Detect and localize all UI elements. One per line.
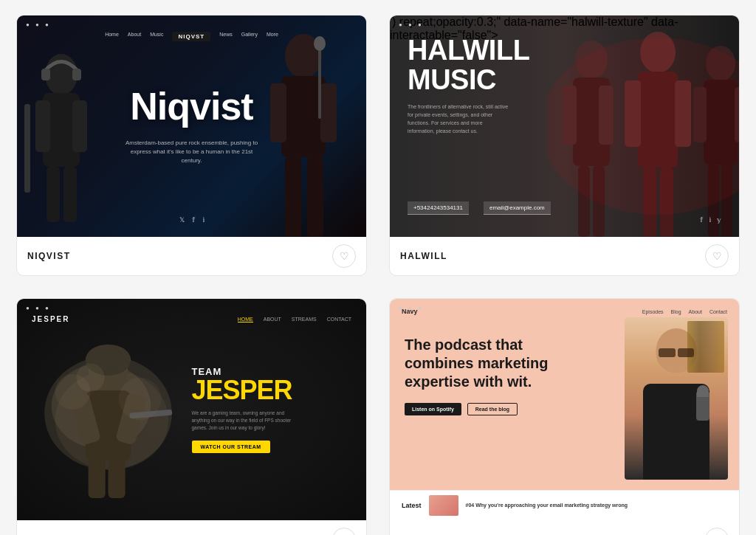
navy-nav-blog[interactable]: Blog — [671, 309, 681, 314]
navy-favorite-button[interactable]: ♡ — [705, 528, 729, 535]
navy-latest-episode-text: #04 Why you're approaching your email ma… — [466, 502, 628, 509]
glass-left — [659, 348, 676, 357]
niqvist-nav-home[interactable]: Home — [105, 32, 119, 41]
navy-spotify-button[interactable]: Listen on Spotify — [405, 403, 461, 415]
svg-rect-44 — [109, 460, 126, 498]
svg-rect-7 — [72, 69, 81, 80]
niqvist-social: 𝕏 𝕗 𝕚 — [179, 216, 205, 224]
niqvist-twitter-icon[interactable]: 𝕏 — [179, 216, 185, 224]
niqvist-title: Niqvist — [126, 87, 258, 125]
jesper-nav-streams[interactable]: STREAMS — [292, 317, 317, 322]
jesper-nav-links: HOME ABOUT STREAMS CONTACT — [238, 317, 351, 322]
niqvist-nav-gallery[interactable]: Gallery — [241, 32, 258, 41]
navy-person-image — [625, 317, 728, 480]
navy-nav-about[interactable]: About — [689, 309, 702, 314]
svg-rect-15 — [318, 45, 321, 119]
halwill-contact: +53424243534131 email@example.com — [408, 201, 551, 215]
halwill-favorite-button[interactable]: ♡ — [705, 244, 729, 268]
svg-rect-14 — [307, 157, 323, 237]
jesper-background: JESPER HOME ABOUT STREAMS CONTACT — [17, 299, 366, 520]
jesper-nav-about[interactable]: ABOUT — [264, 317, 281, 322]
navy-bookshelf — [687, 321, 724, 373]
navy-person-glasses — [659, 348, 694, 357]
navy-background: Navy Episodes Blog About Contact The pod… — [390, 299, 739, 520]
jesper-cta-button[interactable]: WATCH OUR STREAM — [192, 441, 270, 453]
jesper-preview: JESPER HOME ABOUT STREAMS CONTACT — [17, 299, 366, 520]
navy-nav-contact[interactable]: Contact — [709, 309, 727, 314]
niqvist-nav-news[interactable]: News — [219, 32, 233, 41]
jesper-footer: JESPER ♡ — [17, 520, 366, 535]
niqvist-nav-about[interactable]: About — [128, 32, 141, 41]
halwill-text: HALWILLMUSIC The frontliners of alternat… — [408, 36, 721, 136]
jesper-favorite-button[interactable]: ♡ — [332, 528, 356, 535]
niqvist-background: Home About Music NIQVST News Gallery Mor… — [17, 15, 366, 237]
halwill-email: email@example.com — [484, 201, 551, 215]
niqvist-nav-music[interactable]: Music — [150, 32, 163, 41]
svg-rect-3 — [72, 100, 87, 152]
navy-nav-episodes[interactable]: Episodes — [642, 309, 664, 314]
halwill-label: HALWILL — [400, 251, 447, 261]
navy-card: Navy Episodes Blog About Contact The pod… — [389, 298, 740, 535]
halwill-facebook-icon[interactable]: 𝕗 — [700, 216, 703, 224]
jesper-nav: JESPER HOME ABOUT STREAMS CONTACT — [17, 315, 366, 323]
halwill-subtitle: The frontliners of alternative rock, sti… — [408, 103, 511, 136]
navy-latest-section: Latest #04 Why you're approaching your e… — [390, 490, 739, 520]
jesper-card: JESPER HOME ABOUT STREAMS CONTACT — [16, 298, 367, 535]
halwill-card: ') repeat;opacity:0.3;" data-name="halwi… — [389, 15, 740, 276]
niqvist-nav-more[interactable]: More — [267, 32, 278, 41]
svg-rect-8 — [24, 104, 30, 193]
halwill-contact-row: +53424243534131 email@example.com — [408, 201, 551, 215]
niqvist-footer: NIQVIST ♡ — [17, 237, 366, 275]
svg-rect-12 — [320, 83, 337, 142]
navy-headline: The podcast that combines marketing expe… — [405, 336, 552, 391]
navy-footer: NAVY ♡ — [390, 520, 739, 535]
jesper-content: TEAM JESPER We are a gaming team, owning… — [17, 366, 317, 452]
navy-logo: Navy — [402, 308, 418, 315]
halwill-phone: +53424243534131 — [408, 201, 469, 215]
halwill-twitter-icon[interactable]: 𝕪 — [717, 216, 721, 224]
navy-person-bg — [625, 317, 728, 480]
musician-left-figure — [21, 38, 102, 222]
halwill-footer: HALWILL ♡ — [390, 237, 739, 275]
navy-latest-label: Latest — [402, 502, 422, 509]
niqvist-content: Niqvist Amsterdam-based pure rock ensemb… — [126, 87, 258, 165]
halwill-preview: ') repeat;opacity:0.3;" data-name="halwi… — [390, 15, 739, 237]
niqvist-preview: Home About Music NIQVST News Gallery Mor… — [17, 15, 366, 237]
svg-rect-5 — [63, 167, 77, 222]
niqvist-facebook-icon[interactable]: 𝕗 — [192, 216, 195, 224]
navy-episode-title: Why you're approaching your email market… — [475, 503, 628, 508]
niqvist-favorite-button[interactable]: ♡ — [332, 244, 356, 268]
musician-right-figure — [248, 15, 359, 237]
jesper-logo: JESPER — [32, 315, 69, 323]
svg-rect-43 — [89, 460, 106, 498]
navy-latest-thumbnail — [429, 495, 458, 516]
niqvist-instagram-icon[interactable]: 𝕚 — [202, 216, 205, 224]
navy-blog-button[interactable]: Read the blog — [467, 403, 518, 415]
jesper-nav-home[interactable]: HOME — [238, 317, 253, 322]
jesper-name: JESPER — [192, 377, 303, 404]
halwill-social: 𝕗 𝕚 𝕪 — [700, 216, 721, 224]
glass-right — [678, 348, 695, 357]
navy-nav-links: Episodes Blog About Contact — [642, 309, 727, 314]
niqvist-subtitle: Amsterdam-based pure rock ensemble, push… — [126, 139, 258, 165]
jesper-description: We are a gaming team, owning anyone and … — [192, 410, 303, 431]
niqvist-card: Home About Music NIQVST News Gallery Mor… — [16, 15, 367, 276]
halwill-title: HALWILLMUSIC — [408, 36, 721, 95]
svg-rect-13 — [285, 157, 301, 237]
svg-rect-6 — [41, 69, 50, 80]
svg-rect-4 — [47, 167, 60, 222]
niqvist-nav: Home About Music NIQVST News Gallery Mor… — [17, 32, 366, 41]
niqvist-label: NIQVIST — [27, 251, 71, 261]
navy-microphone — [696, 391, 709, 421]
template-grid: Home About Music NIQVST News Gallery Mor… — [16, 15, 740, 535]
halwill-background: ') repeat;opacity:0.3;" data-name="halwi… — [390, 15, 739, 237]
halwill-instagram-icon[interactable]: 𝕚 — [709, 216, 711, 224]
jesper-nav-contact[interactable]: CONTACT — [327, 317, 351, 322]
navy-preview: Navy Episodes Blog About Contact The pod… — [390, 299, 739, 520]
svg-rect-11 — [270, 83, 286, 142]
svg-rect-2 — [35, 100, 50, 152]
navy-episode-number: #04 — [466, 503, 475, 508]
navy-nav: Navy Episodes Blog About Contact — [390, 308, 739, 315]
niqvist-logo-badge: NIQVST — [172, 32, 210, 41]
